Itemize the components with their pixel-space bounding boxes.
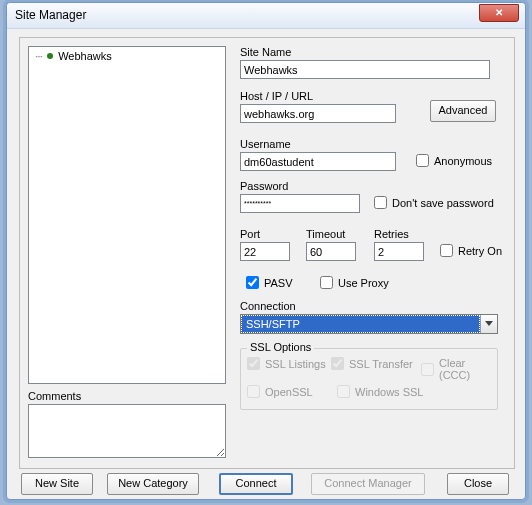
- new-category-button[interactable]: New Category: [107, 473, 199, 495]
- main-frame: ···· Webhawks Comments Site Name Host / …: [19, 37, 515, 469]
- retry-on-checkbox[interactable]: Retry On: [440, 244, 502, 257]
- openssl-label: OpenSSL: [265, 386, 313, 398]
- connection-value: SSH/SFTP: [241, 315, 480, 333]
- connection-label: Connection: [240, 300, 296, 312]
- client-area: ···· Webhawks Comments Site Name Host / …: [13, 33, 521, 495]
- ssl-listings-input: [247, 357, 260, 370]
- tree-item-label: Webhawks: [58, 50, 112, 62]
- dont-save-password-label: Don't save password: [392, 197, 494, 209]
- ssl-listings-checkbox: SSL Listings: [247, 357, 326, 370]
- anonymous-checkbox[interactable]: Anonymous: [416, 154, 492, 167]
- ssl-options-legend: SSL Options: [247, 341, 314, 353]
- password-label: Password: [240, 180, 288, 192]
- anonymous-checkbox-input[interactable]: [416, 154, 429, 167]
- tree-item-webhawks[interactable]: ···· Webhawks: [29, 47, 225, 65]
- advanced-button[interactable]: Advanced: [430, 100, 496, 122]
- windows-ssl-input: [337, 385, 350, 398]
- connect-manager-button: Connect Manager: [311, 473, 425, 495]
- dont-save-password-input[interactable]: [374, 196, 387, 209]
- ssl-transfer-input: [331, 357, 344, 370]
- port-input[interactable]: [240, 242, 290, 261]
- retries-label: Retries: [374, 228, 409, 240]
- ssl-listings-label: SSL Listings: [265, 358, 326, 370]
- retry-on-label: Retry On: [458, 245, 502, 257]
- clear-ccc-label: Clear (CCC): [439, 357, 497, 381]
- close-button[interactable]: Close: [447, 473, 509, 495]
- timeout-input[interactable]: [306, 242, 356, 261]
- ssl-options-group: SSL Options SSL Listings SSL Transfer Cl…: [240, 348, 498, 410]
- titlebar[interactable]: Site Manager ✕: [7, 3, 525, 29]
- anonymous-label: Anonymous: [434, 155, 492, 167]
- use-proxy-label: Use Proxy: [338, 277, 389, 289]
- username-label: Username: [240, 138, 291, 150]
- site-manager-window: Site Manager ✕ ···· Webhawks Comments Si…: [6, 2, 526, 500]
- use-proxy-input[interactable]: [320, 276, 333, 289]
- new-site-button[interactable]: New Site: [21, 473, 93, 495]
- windows-ssl-checkbox: Windows SSL: [337, 385, 423, 398]
- tree-node-icon: [47, 53, 53, 59]
- connect-button[interactable]: Connect: [219, 473, 293, 495]
- windows-ssl-label: Windows SSL: [355, 386, 423, 398]
- window-title: Site Manager: [15, 8, 86, 22]
- host-input[interactable]: [240, 104, 396, 123]
- close-icon: ✕: [495, 7, 503, 18]
- pasv-checkbox[interactable]: PASV: [246, 276, 293, 289]
- password-input[interactable]: [240, 194, 360, 213]
- dont-save-password-checkbox[interactable]: Don't save password: [374, 196, 494, 209]
- host-label: Host / IP / URL: [240, 90, 313, 102]
- connection-dropdown[interactable]: SSH/SFTP: [240, 314, 498, 334]
- ssl-transfer-checkbox: SSL Transfer: [331, 357, 413, 370]
- bottom-button-bar: New Site New Category Connect Connect Ma…: [21, 473, 515, 497]
- port-label: Port: [240, 228, 260, 240]
- comments-textarea[interactable]: [28, 404, 226, 458]
- site-tree[interactable]: ···· Webhawks: [28, 46, 226, 384]
- username-input[interactable]: [240, 152, 396, 171]
- window-close-button[interactable]: ✕: [479, 4, 519, 22]
- clear-ccc-input: [421, 363, 434, 376]
- site-name-input[interactable]: [240, 60, 490, 79]
- dropdown-arrow-button[interactable]: [480, 315, 497, 333]
- openssl-checkbox: OpenSSL: [247, 385, 313, 398]
- openssl-input: [247, 385, 260, 398]
- clear-ccc-checkbox: Clear (CCC): [421, 357, 497, 381]
- chevron-down-icon: [485, 321, 493, 327]
- ssl-transfer-label: SSL Transfer: [349, 358, 413, 370]
- comments-label: Comments: [28, 390, 81, 402]
- tree-connector-icon: ····: [35, 51, 42, 62]
- retry-on-input[interactable]: [440, 244, 453, 257]
- retries-input[interactable]: [374, 242, 424, 261]
- timeout-label: Timeout: [306, 228, 345, 240]
- pasv-input[interactable]: [246, 276, 259, 289]
- pasv-label: PASV: [264, 277, 293, 289]
- site-name-label: Site Name: [240, 46, 291, 58]
- use-proxy-checkbox[interactable]: Use Proxy: [320, 276, 389, 289]
- form-panel: Site Name Host / IP / URL Advanced Usern…: [240, 46, 508, 458]
